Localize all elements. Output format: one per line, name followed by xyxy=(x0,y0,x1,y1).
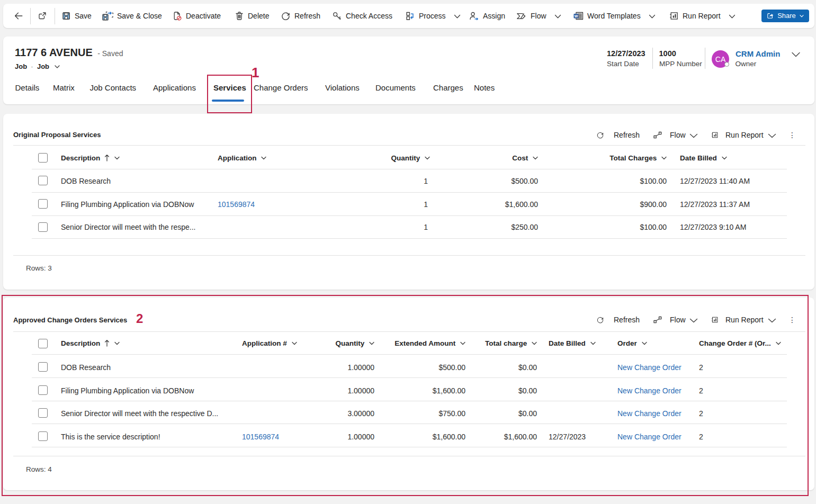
svg-text:W: W xyxy=(575,14,578,18)
